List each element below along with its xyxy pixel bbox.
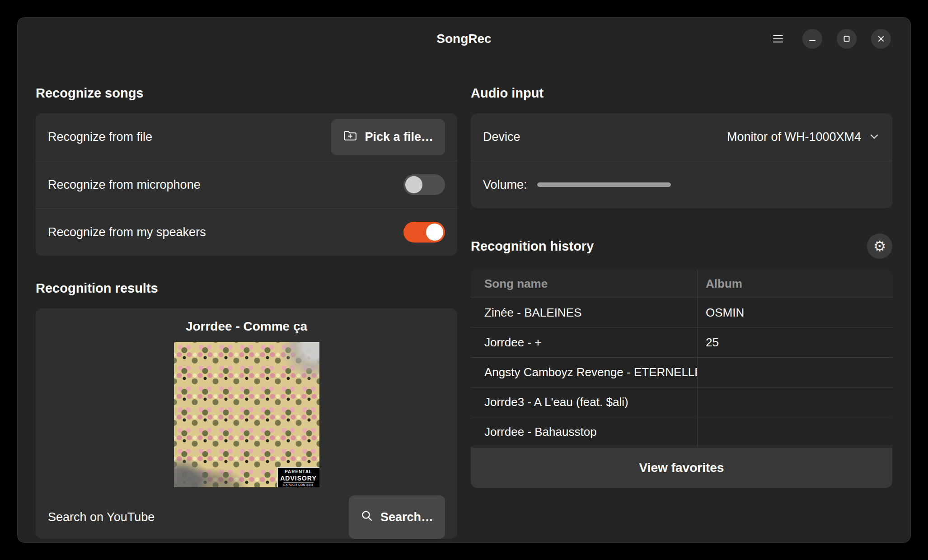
history-settings-button[interactable]: ⚙: [867, 233, 892, 259]
main-content: Recognize songs Recognize from file Pick…: [17, 61, 911, 539]
history-row[interactable]: Jorrdee - Bahausstop: [471, 417, 892, 447]
toggle-knob: [426, 224, 443, 241]
recognize-songs-card: Recognize from file Pick a file… Recogni…: [36, 113, 457, 256]
history-album-cell: [697, 417, 892, 447]
right-column: Audio input Device Monitor of WH-1000XM4…: [471, 61, 892, 539]
history-album-cell: [697, 387, 892, 417]
recognized-song-title: Jorrdee - Comme ça: [36, 319, 457, 334]
history-row[interactable]: Jorrde3 - A L'eau (feat. $ali): [471, 387, 892, 417]
recognition-results-heading: Recognition results: [36, 281, 457, 296]
column-header-song-name: Song name: [471, 270, 697, 298]
recognize-from-microphone-label: Recognize from microphone: [48, 178, 201, 192]
advisory-line3: EXPLICIT CONTENT: [283, 482, 314, 486]
history-row[interactable]: Jorrdee - + 25: [471, 328, 892, 358]
toggle-knob: [405, 176, 422, 193]
advisory-line2: ADVISORY: [280, 475, 317, 482]
recognize-from-microphone-row: Recognize from microphone: [36, 161, 457, 208]
chevron-down-icon: [868, 131, 880, 144]
left-column: Recognize songs Recognize from file Pick…: [36, 61, 457, 539]
volume-row: Volume:: [471, 161, 892, 208]
volume-label: Volume:: [483, 178, 527, 192]
recognize-from-speakers-label: Recognize from my speakers: [48, 225, 206, 239]
folder-plus-icon: [343, 129, 357, 145]
device-selected-value: Monitor of WH-1000XM4: [727, 130, 861, 144]
recognition-results-card: Jorrdee - Comme ça PARENTAL ADVISORY EXP…: [36, 308, 457, 539]
minimize-button[interactable]: [802, 29, 822, 49]
history-row[interactable]: Angsty Camboyz Revenge - ETERNELLE: [471, 358, 892, 387]
recognize-from-speakers-row: Recognize from my speakers: [36, 208, 457, 256]
history-song-cell: Zinée - BALEINES: [471, 298, 697, 327]
history-album-cell: 25: [697, 328, 892, 357]
pick-file-button-label: Pick a file…: [365, 130, 433, 144]
history-song-cell: Jorrde3 - A L'eau (feat. $ali): [471, 387, 697, 417]
header-bar: SongRec: [17, 17, 911, 61]
search-icon: [361, 509, 373, 525]
search-button-label: Search…: [380, 510, 433, 524]
recognize-songs-heading: Recognize songs: [36, 86, 457, 101]
window-controls: [768, 17, 891, 61]
volume-level-bar: [537, 182, 671, 187]
device-label: Device: [483, 130, 520, 144]
search-youtube-row: Search on YouTube Search…: [36, 495, 457, 539]
close-button[interactable]: [871, 29, 891, 49]
search-youtube-label: Search on YouTube: [48, 510, 155, 524]
history-album-cell: OSMIN: [697, 298, 892, 327]
history-song-cell: Angsty Camboyz Revenge - ETERNELLE: [471, 358, 697, 387]
device-dropdown[interactable]: Monitor of WH-1000XM4: [727, 130, 880, 144]
history-table-header: Song name Album: [471, 270, 892, 298]
advisory-line1: PARENTAL: [285, 469, 312, 474]
maximize-button[interactable]: [837, 29, 857, 49]
audio-input-card: Device Monitor of WH-1000XM4 Volume:: [471, 113, 892, 208]
recognize-from-file-row: Recognize from file Pick a file…: [36, 113, 457, 161]
search-youtube-button[interactable]: Search…: [349, 495, 445, 539]
pick-file-button[interactable]: Pick a file…: [331, 119, 445, 155]
device-row: Device Monitor of WH-1000XM4: [471, 113, 892, 161]
recognition-history-heading: Recognition history: [471, 239, 594, 254]
view-favorites-button[interactable]: View favorites: [471, 447, 892, 488]
app-window: SongRec Recognize songs Recognize from f…: [17, 17, 911, 543]
hamburger-menu-icon[interactable]: [768, 29, 788, 49]
parental-advisory-label: PARENTAL ADVISORY EXPLICIT CONTENT: [277, 467, 319, 487]
gear-icon: ⚙: [873, 239, 886, 253]
audio-input-heading: Audio input: [471, 86, 892, 101]
history-song-cell: Jorrdee - Bahausstop: [471, 417, 697, 447]
history-song-cell: Jorrdee - +: [471, 328, 697, 357]
history-album-cell: [697, 358, 892, 387]
column-header-album: Album: [697, 270, 892, 298]
window-title: SongRec: [436, 32, 491, 46]
recognize-from-file-label: Recognize from file: [48, 130, 152, 144]
volume-fill: [537, 182, 671, 187]
microphone-toggle[interactable]: [403, 174, 445, 195]
speakers-toggle[interactable]: [403, 222, 445, 243]
recognition-history-header: Recognition history ⚙: [471, 233, 892, 259]
history-table: Song name Album Zinée - BALEINES OSMIN J…: [471, 270, 892, 447]
recognition-history-card: Song name Album Zinée - BALEINES OSMIN J…: [471, 270, 892, 488]
history-row[interactable]: Zinée - BALEINES OSMIN: [471, 298, 892, 328]
album-art: PARENTAL ADVISORY EXPLICIT CONTENT: [174, 342, 319, 487]
